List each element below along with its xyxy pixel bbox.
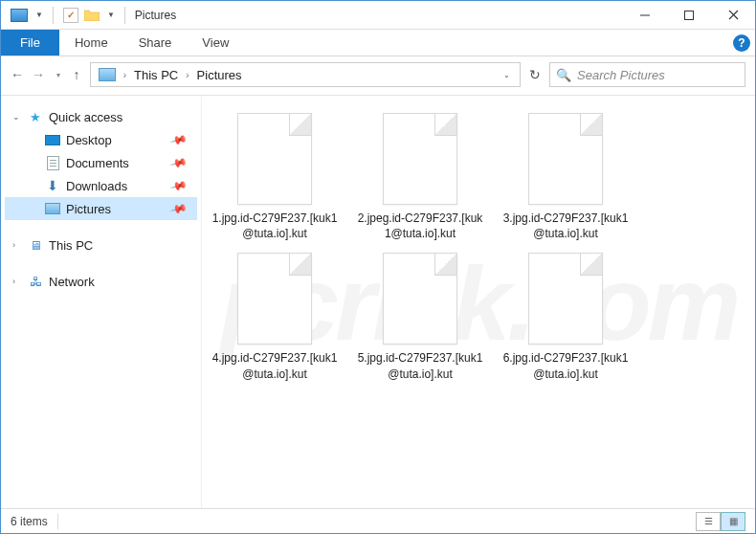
network-icon: 🖧	[28, 276, 43, 288]
qat-folder-icon[interactable]	[84, 8, 100, 23]
thumbnails-view-button[interactable]: ▦	[721, 512, 745, 531]
separator	[53, 7, 54, 24]
address-dropdown[interactable]: ⌄	[498, 71, 516, 79]
file-thumbnail-icon	[528, 113, 603, 205]
svg-rect-1	[685, 11, 694, 19]
system-menu-dropdown[interactable]: ▼	[35, 11, 43, 19]
sidebar-item-label: Pictures	[66, 202, 111, 216]
search-input[interactable]	[577, 68, 739, 82]
pictures-icon	[45, 203, 60, 214]
back-button[interactable]: ←	[11, 64, 24, 85]
file-item[interactable]: 4.jpg.id-C279F237.[kuk1@tuta.io].kut	[211, 253, 338, 381]
help-icon: ?	[733, 34, 750, 52]
sidebar-item-documents[interactable]: Documents 📌	[5, 151, 197, 174]
address-bar[interactable]: › This PC › Pictures ⌄	[90, 62, 521, 87]
tab-home[interactable]: Home	[59, 30, 123, 56]
file-thumbnail-icon	[383, 253, 457, 345]
navigation-pane: ⌄ ★ Quick access Desktop 📌 Documents 📌 ⬇…	[1, 96, 202, 508]
sidebar-item-label: Documents	[66, 156, 129, 170]
search-box[interactable]: 🔍	[549, 62, 745, 87]
pin-icon: 📌	[169, 199, 189, 218]
chevron-right-icon[interactable]: ›	[120, 70, 130, 80]
location-icon	[99, 68, 116, 81]
download-icon: ⬇	[45, 180, 60, 192]
crumb-this-pc[interactable]: This PC	[130, 68, 182, 82]
file-tab[interactable]: File	[1, 30, 59, 56]
qat-properties-icon[interactable]: ✓	[63, 8, 78, 23]
chevron-right-icon[interactable]: ›	[182, 70, 192, 80]
file-item[interactable]: 1.jpg.id-C279F237.[kuk1@tuta.io].kut	[211, 113, 338, 241]
body: ⌄ ★ Quick access Desktop 📌 Documents 📌 ⬇…	[1, 96, 755, 508]
file-thumbnail-icon	[528, 253, 603, 345]
file-grid: 1.jpg.id-C279F237.[kuk1@tuta.io].kut 2.j…	[211, 113, 745, 382]
file-name: 5.jpg.id-C279F237.[kuk1@tuta.io].kut	[357, 350, 483, 381]
file-view[interactable]: pcrisk.com 1.jpg.id-C279F237.[kuk1@tuta.…	[202, 96, 755, 508]
chevron-right-icon[interactable]: ›	[12, 277, 15, 286]
pin-icon: 📌	[169, 153, 189, 172]
details-view-button[interactable]: ☰	[696, 512, 721, 531]
sidebar-this-pc[interactable]: › 🖥 This PC	[5, 234, 197, 256]
sidebar-item-desktop[interactable]: Desktop 📌	[5, 128, 197, 151]
file-thumbnail-icon	[383, 113, 457, 205]
sidebar-item-label: Network	[49, 275, 95, 289]
explorer-window: ▼ ✓ ▼ Pictures File Home Share View ? ← …	[0, 0, 756, 534]
file-item[interactable]: 2.jpeg.id-C279F237.[kuk1@tuta.io].kut	[357, 113, 483, 241]
file-name: 4.jpg.id-C279F237.[kuk1@tuta.io].kut	[211, 350, 338, 381]
pin-icon: 📌	[169, 130, 189, 149]
sidebar-item-label: This PC	[49, 238, 93, 253]
title-bar: ▼ ✓ ▼ Pictures	[1, 1, 755, 30]
file-name: 6.jpg.id-C279F237.[kuk1@tuta.io].kut	[502, 350, 629, 381]
separator	[124, 7, 125, 24]
file-item[interactable]: 5.jpg.id-C279F237.[kuk1@tuta.io].kut	[357, 253, 483, 381]
file-name: 3.jpg.id-C279F237.[kuk1@tuta.io].kut	[502, 211, 629, 241]
sidebar-item-pictures[interactable]: Pictures 📌	[5, 197, 197, 220]
chevron-down-icon[interactable]: ⌄	[12, 112, 20, 122]
minimize-button[interactable]	[623, 1, 667, 30]
file-item[interactable]: 3.jpg.id-C279F237.[kuk1@tuta.io].kut	[502, 113, 629, 241]
help-button[interactable]: ?	[728, 30, 755, 56]
file-name: 1.jpg.id-C279F237.[kuk1@tuta.io].kut	[211, 211, 338, 241]
search-icon: 🔍	[556, 68, 571, 82]
tab-share[interactable]: Share	[123, 30, 188, 56]
window-icon	[11, 9, 28, 22]
maximize-button[interactable]	[667, 1, 711, 30]
refresh-button[interactable]: ↻	[528, 62, 542, 87]
tab-view[interactable]: View	[187, 30, 244, 56]
item-count: 6 items	[11, 515, 48, 528]
status-bar: 6 items ☰ ▦	[1, 508, 755, 533]
sidebar-item-label: Downloads	[66, 179, 127, 193]
file-item[interactable]: 6.jpg.id-C279F237.[kuk1@tuta.io].kut	[502, 253, 629, 381]
forward-button[interactable]: →	[32, 64, 45, 85]
file-thumbnail-icon	[237, 113, 312, 205]
pin-icon: 📌	[169, 176, 189, 195]
computer-icon: 🖥	[28, 239, 43, 252]
sidebar-quick-access[interactable]: ⌄ ★ Quick access	[5, 105, 197, 128]
window-title: Pictures	[135, 9, 176, 22]
crumb-pictures[interactable]: Pictures	[193, 68, 246, 82]
close-button[interactable]	[711, 1, 755, 30]
separator	[57, 514, 58, 529]
navigation-bar: ← → ▾ ↑ › This PC › Pictures ⌄ ↻ 🔍	[1, 56, 755, 93]
star-icon: ★	[28, 111, 43, 123]
file-thumbnail-icon	[237, 253, 312, 345]
file-name: 2.jpeg.id-C279F237.[kuk1@tuta.io].kut	[357, 211, 483, 241]
chevron-right-icon[interactable]: ›	[12, 240, 15, 250]
sidebar-item-label: Quick access	[49, 110, 122, 124]
sidebar-item-downloads[interactable]: ⬇ Downloads 📌	[5, 174, 197, 197]
ribbon-tabs: File Home Share View ?	[1, 30, 755, 56]
up-button[interactable]: ↑	[71, 64, 81, 85]
sidebar-network[interactable]: › 🖧 Network	[5, 270, 197, 293]
qat-dropdown[interactable]: ▼	[107, 11, 115, 19]
desktop-icon	[45, 135, 60, 145]
sidebar-item-label: Desktop	[66, 133, 112, 147]
document-icon	[47, 156, 59, 170]
recent-dropdown[interactable]: ▾	[53, 64, 63, 85]
